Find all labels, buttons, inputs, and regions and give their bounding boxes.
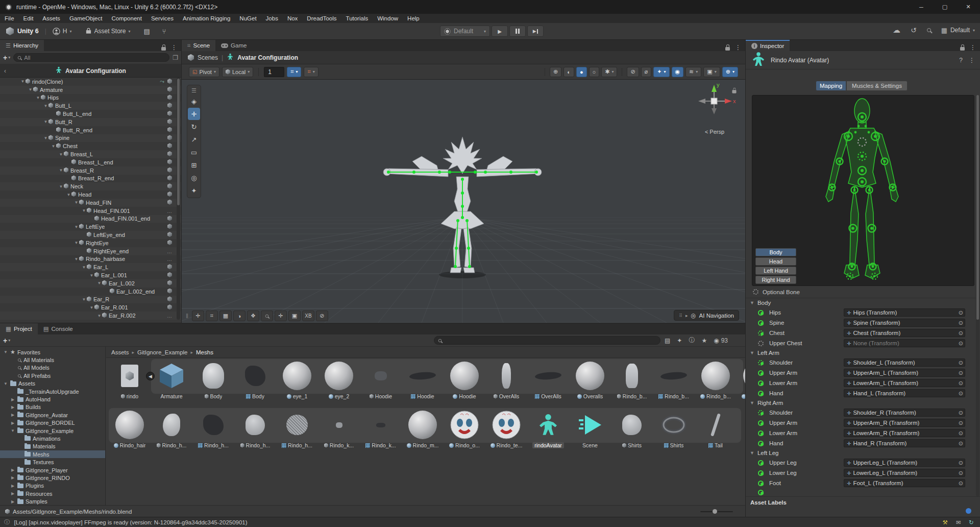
expand-arrow-icon[interactable]: ▼ xyxy=(74,225,79,229)
asset-item-rindo-h-[interactable]: Rindo_h... xyxy=(276,409,318,449)
hidden-count[interactable]: ◉93 xyxy=(714,337,728,344)
hierarchy-row[interactable]: ▼Rindo_hairbase… xyxy=(0,255,181,264)
object-picker-icon[interactable]: ⊙ xyxy=(959,470,963,476)
panel-menu-icon[interactable]: ⋮ xyxy=(171,44,177,51)
scene-visibility-toggle[interactable]: ◉ xyxy=(672,67,684,77)
scene-viewport[interactable]: ☰◈✛↻↗▭⊞◎✦ y x < Persp ‖✛⌗▦◑❖✛▣XB⊘ ⠿ ▸ ◎ xyxy=(182,80,745,323)
row-right-icon[interactable] xyxy=(167,111,172,117)
expand-arrow-icon[interactable]: ▶ xyxy=(10,475,15,480)
expand-arrow-icon[interactable]: ▼ xyxy=(43,104,48,108)
hierarchy-row[interactable]: ▼Armature xyxy=(0,86,181,94)
tree-item-favorites[interactable]: ▼★Favorites xyxy=(0,348,105,356)
menu-item-assets[interactable]: Assets xyxy=(38,15,65,21)
row-right-icon[interactable] xyxy=(167,79,172,85)
custom-tool-icon[interactable]: ✦ xyxy=(188,184,200,197)
filter-type-icon[interactable]: ✦ xyxy=(677,337,682,344)
wire-sphere-button[interactable]: ⊕ xyxy=(550,67,561,77)
inspector-scrollbar[interactable] xyxy=(976,95,979,496)
tree-item-animations[interactable]: Animations xyxy=(0,435,105,442)
row-right-icon[interactable] xyxy=(167,167,172,174)
tab-inspector[interactable]: i Inspector xyxy=(746,40,790,51)
context-menu-icon[interactable]: ⋮ xyxy=(969,57,975,64)
layout-mini-icon[interactable]: ⌗ xyxy=(206,310,218,321)
row-right-icon[interactable]: … xyxy=(167,248,172,254)
object-picker-icon[interactable]: ⊙ xyxy=(959,420,963,426)
expand-arrow-icon[interactable]: ▶ xyxy=(10,491,15,496)
expand-arrow-icon[interactable]: ▼ xyxy=(74,257,79,261)
object-picker-icon[interactable]: ⊙ xyxy=(959,320,963,326)
waves-dropdown[interactable]: ≋▾ xyxy=(685,67,701,77)
lock-icon[interactable] xyxy=(725,47,730,51)
bone-object-field[interactable]: ✛Chest (Transform)⊙ xyxy=(844,329,965,337)
thumbnail-size-slider[interactable] xyxy=(700,511,733,512)
create-button[interactable]: +▾ xyxy=(3,337,10,345)
tree-item-autohand[interactable]: ▶AutoHand xyxy=(0,395,105,403)
tree-item-samples[interactable]: ▶Samples xyxy=(0,497,105,505)
hierarchy-row[interactable]: Breast_L_end xyxy=(0,158,181,166)
tree-item-builds[interactable]: ▶Builds xyxy=(0,403,105,411)
row-right-icon[interactable] xyxy=(167,159,172,165)
hierarchy-row[interactable]: ▼Head_FIN xyxy=(0,199,181,207)
fx-toggle[interactable]: ⌀ xyxy=(641,67,652,77)
object-picker-icon[interactable]: ⊙ xyxy=(959,390,963,397)
row-right-icon[interactable] xyxy=(167,215,172,222)
expand-arrow-icon[interactable]: ▼ xyxy=(81,297,87,302)
object-picker-icon[interactable]: ⊙ xyxy=(959,460,963,466)
section-header-body[interactable]: ▼Body xyxy=(746,298,980,307)
overlay-menu-icon[interactable]: ☰ xyxy=(188,86,200,94)
asset-item-tail[interactable]: Tail xyxy=(737,409,745,449)
row-right-icon[interactable] xyxy=(167,289,172,295)
textured-sphere-button[interactable]: ◐ xyxy=(564,67,574,77)
section-header-left-arm[interactable]: ▼Left Arm xyxy=(746,348,980,357)
hierarchy-row[interactable]: ▼Head_FIN.001… xyxy=(0,207,181,215)
expand-arrow-icon[interactable]: ▼ xyxy=(3,381,8,386)
menu-item-nox[interactable]: Nox xyxy=(283,15,302,21)
hierarchy-row[interactable]: ▼RightEye xyxy=(0,239,181,247)
object-picker-icon[interactable]: ⊙ xyxy=(959,380,963,387)
row-right-icon[interactable]: … xyxy=(167,256,172,262)
asset-item-rindo-k-[interactable]: Rindo_k... xyxy=(318,409,360,449)
asset-item-shirts[interactable]: Shirts xyxy=(611,409,653,449)
hierarchy-row[interactable]: ▼Ear_L xyxy=(0,263,181,271)
hierarchy-row[interactable]: Butt_L_end xyxy=(0,110,181,118)
debug-dropdown[interactable]: ✱▾ xyxy=(601,67,617,77)
row-right-icon[interactable] xyxy=(167,272,172,278)
tab-muscles-settings[interactable]: Muscles & Settings xyxy=(846,81,908,91)
tree-item-all-materials[interactable]: All Materials xyxy=(0,356,105,364)
version-control-icon[interactable]: ⑂ xyxy=(162,28,166,35)
expand-arrow-icon[interactable]: ▼ xyxy=(3,350,8,354)
menu-item-file[interactable]: File xyxy=(0,15,19,21)
tree-item-gitignore-bordel[interactable]: ▶GitIgnore_BORDEL xyxy=(0,419,105,427)
asset-item-eye-2[interactable]: eye_2 xyxy=(318,360,360,400)
asset-item-rindo-b-[interactable]: Rindo_b... xyxy=(653,360,695,400)
local-dropdown[interactable]: Local▾ xyxy=(222,67,253,77)
rect-tool-icon[interactable]: ▭ xyxy=(188,146,200,158)
expand-arrow-icon[interactable]: ▼ xyxy=(58,168,64,173)
xb-button[interactable]: XB xyxy=(302,310,314,321)
shaded-button[interactable]: ● xyxy=(576,67,587,77)
asset-item-armature[interactable]: Armature xyxy=(151,360,192,400)
part-button-body[interactable]: Body xyxy=(755,248,796,256)
view-tool-icon[interactable]: ◈ xyxy=(188,95,200,107)
lock-icon[interactable] xyxy=(161,47,166,51)
layout-dropdown[interactable]: ▦ Default ▾ xyxy=(941,27,975,34)
hierarchy-row[interactable]: RightEye_end… xyxy=(0,247,181,255)
pivot-dropdown[interactable]: ◱ Pivot▾ xyxy=(189,67,219,77)
tab-game[interactable]: Game xyxy=(215,40,252,51)
row-right-icon[interactable] xyxy=(167,143,172,149)
asset-item-rindoavatar[interactable]: rindoAvatar xyxy=(527,409,569,449)
pan-mini-icon[interactable]: ✛ xyxy=(192,310,204,321)
object-picker-icon[interactable]: ⊙ xyxy=(959,330,963,337)
bone-object-field[interactable]: ✛Hand_L (Transform)⊙ xyxy=(844,389,965,397)
hierarchy-scrollbar[interactable] xyxy=(177,78,180,320)
bone-object-field[interactable]: ✛UpperLeg_L (Transform)⊙ xyxy=(844,459,965,467)
part-button-left-hand[interactable]: Left Hand xyxy=(755,267,796,275)
camera-dropdown[interactable]: ▣▾ xyxy=(703,67,720,77)
hierarchy-row[interactable]: ▼Butt_L xyxy=(0,102,181,110)
asset-item-body[interactable]: Body xyxy=(192,360,234,400)
expand-arrow-icon[interactable]: ▼ xyxy=(66,193,71,197)
row-right-icon[interactable] xyxy=(167,119,172,125)
hierarchy-row[interactable]: ▼Breast_L xyxy=(0,150,181,158)
tree-item-textures[interactable]: Textures xyxy=(0,458,105,466)
expand-arrow-icon[interactable]: ▶ xyxy=(10,421,15,425)
